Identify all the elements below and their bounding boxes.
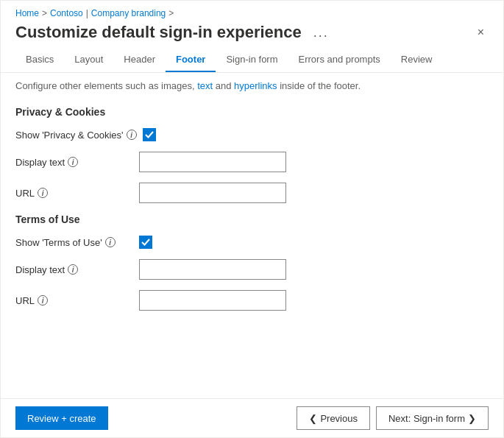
privacy-url-input[interactable]	[139, 183, 286, 203]
terms-show-checkbox-wrapper	[139, 236, 152, 249]
privacy-show-checkbox-wrapper	[143, 128, 156, 141]
page-title: Customize default sign-in experience	[15, 23, 302, 42]
tab-layout[interactable]: Layout	[64, 48, 113, 72]
privacy-show-checkbox[interactable]	[143, 128, 156, 141]
terms-display-text-label-text: Display text	[15, 264, 65, 275]
tab-signin-form[interactable]: Sign-in form	[216, 48, 288, 72]
privacy-show-info-icon[interactable]: i	[127, 130, 137, 140]
terms-display-text-input[interactable]	[139, 259, 286, 280]
privacy-section-title: Privacy & Cookies	[15, 106, 489, 118]
next-button[interactable]: Next: Sign-in form ❯	[376, 406, 489, 430]
breadcrumb-home[interactable]: Home	[15, 8, 39, 18]
terms-show-label: Show 'Terms of Use' i	[15, 237, 133, 248]
terms-show-info-icon[interactable]: i	[105, 237, 116, 247]
title-row: Customize default sign-in experience ...…	[1, 21, 503, 48]
footer-bar: Review + create ❮ Previous Next: Sign-in…	[1, 398, 503, 437]
privacy-show-label-text: Show 'Privacy & Cookies'	[15, 130, 124, 141]
privacy-display-text-label-text: Display text	[15, 157, 65, 168]
main-content: Privacy & Cookies Show 'Privacy & Cookie…	[1, 96, 503, 398]
privacy-display-text-row: Display text i	[15, 152, 489, 172]
breadcrumb-company-branding[interactable]: Company branding	[91, 8, 166, 18]
info-bar: Configure other elements such as images,…	[1, 73, 503, 96]
close-button[interactable]: ×	[473, 24, 489, 40]
terms-url-input[interactable]	[139, 290, 286, 311]
privacy-display-text-info-icon[interactable]: i	[68, 157, 78, 167]
previous-label: Previous	[320, 413, 358, 424]
terms-display-text-label: Display text i	[15, 264, 133, 275]
terms-show-checkbox[interactable]	[139, 236, 152, 249]
terms-display-text-row: Display text i	[15, 259, 489, 280]
review-create-button[interactable]: Review + create	[15, 406, 108, 430]
chevron-right-icon: ❯	[468, 413, 476, 424]
breadcrumb-sep2: |	[86, 8, 88, 18]
breadcrumb-sep3: >	[168, 8, 174, 18]
privacy-display-text-input[interactable]	[139, 152, 286, 172]
privacy-url-label-text: URL	[15, 188, 35, 199]
ellipsis-button[interactable]: ...	[309, 24, 333, 42]
terms-url-info-icon[interactable]: i	[38, 295, 48, 305]
privacy-show-label: Show 'Privacy & Cookies' i	[15, 130, 137, 141]
terms-section-title: Terms of Use	[15, 213, 489, 225]
info-link-hyperlinks[interactable]: hyperlinks	[234, 80, 277, 91]
info-link-text[interactable]: text	[197, 80, 213, 91]
panel: Home > Contoso | Company branding > Cust…	[0, 0, 504, 438]
breadcrumb-contoso[interactable]: Contoso	[50, 8, 83, 18]
privacy-display-text-label: Display text i	[15, 157, 133, 168]
info-suffix-text: inside of the footer.	[280, 80, 361, 91]
tab-review[interactable]: Review	[391, 48, 443, 72]
terms-show-label-text: Show 'Terms of Use'	[15, 237, 102, 248]
title-row-left: Customize default sign-in experience ...	[15, 23, 333, 42]
tabs-bar: Basics Layout Header Footer Sign-in form…	[1, 48, 503, 73]
previous-button[interactable]: ❮ Previous	[297, 406, 370, 430]
tab-header[interactable]: Header	[113, 48, 166, 72]
tab-basics[interactable]: Basics	[15, 48, 64, 72]
footer-nav-buttons: ❮ Previous Next: Sign-in form ❯	[297, 406, 489, 430]
info-and: and	[216, 80, 232, 91]
tab-footer[interactable]: Footer	[166, 48, 216, 72]
privacy-url-info-icon[interactable]: i	[38, 188, 48, 198]
privacy-url-row: URL i	[15, 183, 489, 203]
terms-url-label: URL i	[15, 295, 133, 306]
info-prefix: Configure other elements such as images,	[15, 80, 195, 91]
chevron-left-icon: ❮	[309, 413, 317, 424]
tab-errors-prompts[interactable]: Errors and prompts	[288, 48, 391, 72]
breadcrumb-sep1: >	[42, 8, 47, 18]
breadcrumb: Home > Contoso | Company branding >	[1, 1, 503, 21]
terms-url-label-text: URL	[15, 295, 35, 306]
terms-url-row: URL i	[15, 290, 489, 311]
privacy-url-label: URL i	[15, 188, 133, 199]
terms-display-text-info-icon[interactable]: i	[68, 264, 78, 275]
privacy-show-row: Show 'Privacy & Cookies' i	[15, 128, 489, 141]
next-label: Next: Sign-in form	[388, 413, 465, 424]
terms-show-row: Show 'Terms of Use' i	[15, 236, 489, 249]
